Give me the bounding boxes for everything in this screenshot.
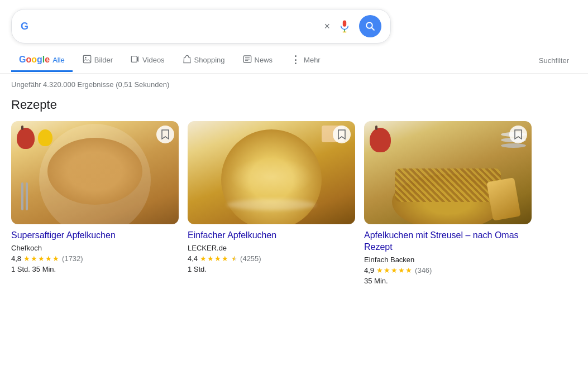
tab-videos-label: Videos xyxy=(142,56,165,64)
svg-rect-0 xyxy=(343,21,346,27)
tab-mehr-label: Mehr xyxy=(304,56,321,64)
tab-shopping-label: Shopping xyxy=(194,56,225,64)
recipe-time-3: 35 Min. xyxy=(364,277,532,285)
suchfilter-label: Suchfilter xyxy=(539,56,569,65)
tab-bilder-label: Bilder xyxy=(94,56,113,64)
recipe-title-1[interactable]: Supersaftiger Apfelkuchen xyxy=(11,230,179,242)
recipe-card-2[interactable]: Einfacher Apfelkuchen LECKER.de 4,4 ★★★★… xyxy=(188,121,355,285)
tab-shopping[interactable]: Shopping xyxy=(175,49,233,73)
nav-tabs: Google Alle Bilder Videos xyxy=(0,44,588,74)
recipe-title-3[interactable]: Apfelkuchen mit Streusel – nach Omas Rez… xyxy=(364,230,532,253)
svg-rect-7 xyxy=(131,56,137,62)
results-info: Ungefähr 4.320.000 Ergebnisse (0,51 Seku… xyxy=(0,74,588,93)
rating-count-3: (346) xyxy=(415,266,432,274)
rating-number-2: 4,4 xyxy=(188,254,198,263)
search-submit-button[interactable] xyxy=(359,15,381,37)
tab-news[interactable]: News xyxy=(235,49,281,73)
svg-point-3 xyxy=(366,22,372,28)
stars-1: ★★★★★ xyxy=(23,254,60,263)
tab-alle-label: Alle xyxy=(52,56,65,64)
recipes-section: Rezepte xyxy=(0,93,588,296)
rating-number-1: 4,8 xyxy=(11,254,21,263)
recipes-title: Rezepte xyxy=(11,98,577,112)
recipe-card-3[interactable]: Apfelkuchen mit Streusel – nach Omas Rez… xyxy=(364,121,532,285)
bilder-icon xyxy=(83,55,92,65)
search-bar-icons: × xyxy=(324,15,381,37)
tab-alle[interactable]: Google Alle xyxy=(11,49,73,72)
google-g-icon: Google xyxy=(19,55,50,65)
mic-icon[interactable] xyxy=(338,20,351,33)
shopping-icon xyxy=(183,55,192,65)
stars-2: ★★★★ xyxy=(200,254,229,263)
recipe-time-2: 1 Std. xyxy=(188,265,355,273)
svg-rect-5 xyxy=(83,55,90,62)
search-bar-wrapper: G rezept apfelkuchen × xyxy=(0,0,588,44)
results-count: Ungefähr 4.320.000 Ergebnisse (0,51 Seku… xyxy=(11,80,169,89)
tab-videos[interactable]: Videos xyxy=(123,49,173,73)
tab-mehr[interactable]: ⋮ Mehr xyxy=(283,48,328,73)
mehr-icon: ⋮ xyxy=(290,54,301,66)
bookmark-button-3[interactable] xyxy=(509,126,527,143)
recipe-source-1: Chefkoch xyxy=(11,244,179,252)
recipe-rating-1: 4,8 ★★★★★ (1732) xyxy=(11,254,179,263)
recipe-title-2[interactable]: Einfacher Apfelkuchen xyxy=(188,230,355,242)
recipe-source-3: Einfach Backen xyxy=(364,256,532,264)
recipe-image-1 xyxy=(11,121,179,224)
recipe-image-2 xyxy=(188,121,355,224)
svg-point-6 xyxy=(85,57,87,59)
rating-count-2: (4255) xyxy=(240,254,261,263)
stars-3: ★★★★★ xyxy=(376,266,413,274)
recipe-rating-3: 4,9 ★★★★★ (346) xyxy=(364,266,532,274)
suchfilter-button[interactable]: Suchfilter xyxy=(531,51,577,70)
recipe-card-1[interactable]: Supersaftiger Apfelkuchen Chefkoch 4,8 ★… xyxy=(11,121,179,285)
tab-news-label: News xyxy=(255,56,273,64)
bookmark-button-2[interactable] xyxy=(333,126,351,143)
recipe-time-1: 1 Std. 35 Min. xyxy=(11,265,179,273)
rating-number-3: 4,9 xyxy=(364,266,374,274)
bookmark-button-1[interactable] xyxy=(156,126,174,143)
tab-bilder[interactable]: Bilder xyxy=(75,49,121,73)
rating-count-1: (1732) xyxy=(62,254,83,263)
recipe-rating-2: 4,4 ★★★★★★ (4255) xyxy=(188,254,355,263)
search-input[interactable]: rezept apfelkuchen xyxy=(33,21,319,31)
recipes-grid: Supersaftiger Apfelkuchen Chefkoch 4,8 ★… xyxy=(11,121,577,285)
clear-icon[interactable]: × xyxy=(324,21,330,32)
recipe-source-2: LECKER.de xyxy=(188,244,355,252)
news-icon xyxy=(243,55,252,65)
videos-icon xyxy=(131,55,140,65)
search-bar: G rezept apfelkuchen × xyxy=(11,9,391,44)
google-logo-icon: G xyxy=(21,21,28,32)
svg-line-4 xyxy=(371,27,374,30)
recipe-image-3 xyxy=(364,121,532,224)
